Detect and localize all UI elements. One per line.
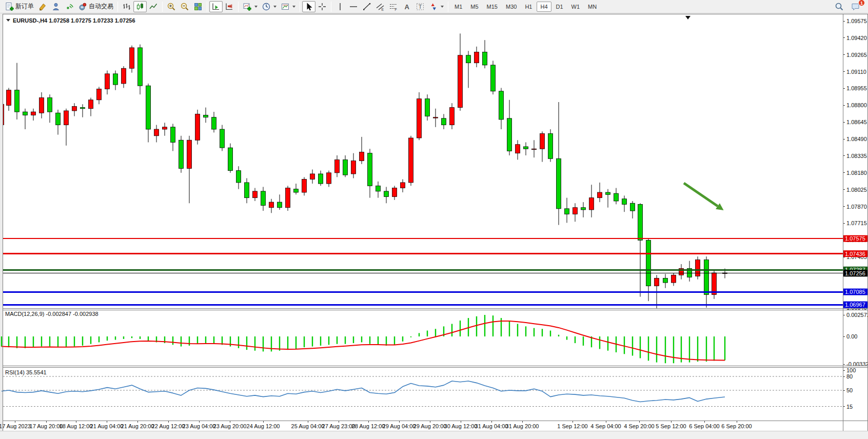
zoom-out-button[interactable] (178, 1, 191, 12)
svg-text:21 Aug 04:00: 21 Aug 04:00 (90, 423, 124, 429)
horizontal-line-button[interactable] (347, 1, 360, 12)
status-bar (0, 431, 868, 439)
svg-text:1.07256: 1.07256 (845, 270, 865, 276)
chevron-down-icon (292, 6, 295, 8)
add-indicator-icon (243, 2, 252, 11)
svg-text:4 Sep 20:00: 4 Sep 20:00 (624, 423, 654, 429)
zoom-in-button[interactable] (165, 1, 178, 12)
svg-text:21 Aug 20:00: 21 Aug 20:00 (121, 423, 154, 429)
fibonacci-button[interactable]: F (387, 1, 400, 12)
svg-text:E: E (382, 8, 384, 11)
fibonacci-icon: F (389, 2, 398, 11)
search-icon (835, 2, 844, 11)
signal-broadcast-icon (65, 2, 74, 11)
svg-text:1.07085: 1.07085 (845, 289, 865, 295)
tab-timeframe-m15[interactable]: M15 (483, 2, 501, 12)
separator (300, 2, 300, 12)
svg-text:27 Aug 23:00: 27 Aug 23:00 (322, 423, 356, 429)
tab-timeframe-d1[interactable]: D1 (553, 2, 567, 12)
svg-text:EURUSD-,H4 1.07258 1.07275 1.: EURUSD-,H4 1.07258 1.07275 1.07233 1.072… (13, 17, 135, 24)
templates-button[interactable] (279, 1, 298, 12)
bar-chart-type-button[interactable] (120, 1, 133, 12)
user-icon (51, 2, 61, 11)
svg-text:1.07575: 1.07575 (845, 235, 865, 242)
candlestick-chart-type-button[interactable] (133, 1, 147, 12)
brush-tool-button[interactable] (36, 1, 49, 12)
svg-text:1.09575: 1.09575 (846, 18, 867, 24)
svg-text:30 Aug 12:00: 30 Aug 12:00 (444, 423, 478, 429)
tab-timeframe-m1[interactable]: M1 (451, 2, 466, 12)
profile-button[interactable] (49, 1, 63, 12)
svg-text:0.00: 0.00 (846, 333, 857, 340)
svg-text:T: T (419, 4, 422, 10)
rsi-label: RSI(14) 35.5541 (5, 369, 47, 375)
tab-timeframe-w1[interactable]: W1 (568, 2, 584, 12)
svg-text:-0.003326: -0.003326 (846, 361, 868, 367)
chat-button[interactable]: 1 (849, 1, 862, 12)
chevron-down-icon (441, 6, 444, 8)
svg-text:1.08645: 1.08645 (846, 119, 867, 125)
svg-text:29 Aug 04:00: 29 Aug 04:00 (383, 423, 416, 429)
indicators-button[interactable] (241, 1, 260, 12)
signal-button[interactable] (63, 1, 76, 12)
chevron-down-icon (254, 6, 258, 8)
new-order-button[interactable]: 新订单 (3, 1, 36, 12)
tile-windows-button[interactable] (191, 1, 205, 12)
svg-text:17 Aug 2023: 17 Aug 2023 (0, 423, 31, 429)
svg-text:A: A (405, 3, 410, 11)
tab-timeframe-h4[interactable]: H4 (537, 2, 551, 12)
search-button[interactable] (833, 1, 846, 12)
chart-shift-icon (225, 2, 234, 11)
svg-text:31 Aug 04:00: 31 Aug 04:00 (475, 423, 508, 429)
svg-text:1.07715: 1.07715 (846, 220, 867, 226)
autotrading-robot-icon (78, 2, 87, 11)
svg-text:6 Sep 04:00: 6 Sep 04:00 (689, 423, 719, 429)
cursor-arrow-icon (304, 2, 313, 11)
channel-button[interactable]: E (373, 1, 387, 12)
crosshair-button[interactable] (315, 1, 329, 12)
chevron-down-icon (273, 6, 277, 8)
new-order-icon (5, 2, 14, 11)
svg-text:1 Sep 12:00: 1 Sep 12:00 (557, 423, 587, 429)
svg-text:1.09265: 1.09265 (846, 52, 867, 58)
svg-text:50: 50 (846, 387, 853, 393)
brush-icon (38, 2, 47, 11)
svg-text:15: 15 (846, 404, 853, 410)
svg-text:23 Aug 20:00: 23 Aug 20:00 (213, 423, 247, 429)
autotrading-button[interactable]: 自动交易 (76, 1, 115, 12)
tab-timeframe-h1[interactable]: H1 (521, 2, 536, 12)
svg-text:1.08955: 1.08955 (846, 85, 867, 91)
tab-timeframe-m5[interactable]: M5 (467, 2, 482, 12)
periods-button[interactable] (260, 1, 279, 12)
line-chart-icon (149, 2, 158, 11)
svg-text:1.08180: 1.08180 (846, 170, 867, 176)
arrow-objects-icon (429, 2, 438, 11)
separator (207, 2, 207, 12)
vertical-line-button[interactable] (333, 1, 347, 12)
tab-timeframe-mn[interactable]: MN (584, 2, 600, 12)
text-label-icon: T (416, 2, 425, 11)
cursor-button[interactable] (302, 1, 315, 12)
arrows-button[interactable] (427, 1, 446, 12)
chart-shift-button[interactable] (223, 1, 236, 12)
text-label-button[interactable]: T (413, 1, 427, 12)
toolbar: 新订单 自动交易 (0, 0, 868, 13)
text-icon: A (402, 2, 411, 11)
separator (448, 2, 448, 12)
autotrading-label: 自动交易 (89, 2, 113, 11)
line-chart-type-button[interactable] (147, 1, 160, 12)
zoom-in-icon (167, 2, 176, 11)
svg-text:4 Sep 04:00: 4 Sep 04:00 (590, 423, 621, 429)
equidistant-channel-icon: E (376, 2, 385, 11)
svg-text:80: 80 (846, 373, 853, 380)
zoom-out-icon (180, 2, 189, 11)
text-button[interactable]: A (400, 1, 413, 12)
svg-text:1.08025: 1.08025 (846, 187, 867, 193)
autoscroll-button[interactable] (209, 1, 223, 12)
tab-timeframe-m30[interactable]: M30 (502, 2, 520, 12)
separator (117, 2, 118, 12)
svg-text:5 Sep 12:00: 5 Sep 12:00 (656, 423, 686, 429)
svg-text:F: F (395, 8, 397, 11)
trendline-button[interactable] (360, 1, 373, 12)
svg-text:1.08335: 1.08335 (846, 153, 867, 159)
